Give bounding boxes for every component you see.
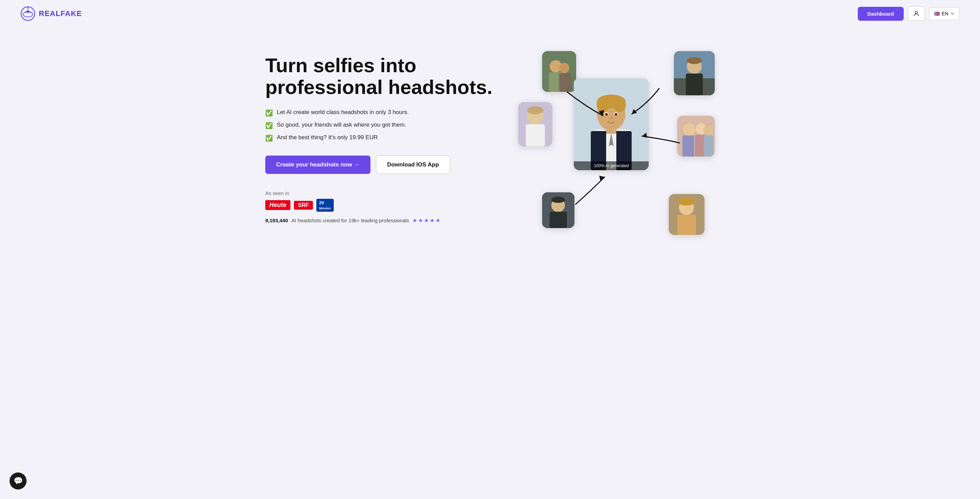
20min-badge: 20Minuten [317,199,334,212]
photo-card-bottom-right [669,194,705,235]
chevron-down-icon [950,11,955,16]
photo-card-top-left [542,51,576,92]
photo-tl-person [542,51,576,92]
hero-right: 100% AI generated [508,48,715,238]
svg-point-34 [683,123,695,135]
flag-icon: 🇬🇧 [934,11,940,16]
srf-badge: SRF [294,201,313,210]
check-icon-2: ✅ [265,122,273,129]
photo-ml-person [518,102,552,146]
hero-section: Turn selfies into professional headshots… [245,27,735,259]
stats-count: 9,193,440 [265,218,288,223]
hero-title: Turn selfies into professional headshots… [265,54,499,98]
person-svg-tr [674,51,715,95]
svg-rect-42 [550,212,567,228]
person-svg-br [669,194,705,235]
check-icon-3: ✅ [265,135,273,142]
photo-card-mid-right [677,116,715,157]
svg-point-47 [678,197,695,206]
dashboard-button[interactable]: Dashboard [858,7,904,21]
feature-text-1: Let AI create world class headshots in o… [277,109,409,116]
feature-text-3: And the best thing? It's only 19.99 EUR [277,134,378,141]
nav-actions: Dashboard 🇬🇧 EN [858,6,959,21]
photo-main-person [574,78,649,170]
svg-point-27 [597,97,609,112]
lang-code: EN [942,11,948,16]
svg-point-19 [527,106,544,114]
star-4: ★ [430,217,434,224]
svg-marker-51 [599,176,605,181]
person-svg-tl [542,51,576,92]
create-headshots-button[interactable]: Create your headshots now → [265,156,371,174]
as-seen-label: As seen in [265,190,499,196]
svg-point-32 [615,113,617,116]
svg-point-15 [687,57,702,64]
photo-card-top-right [674,51,715,95]
stats-row: 9,193,440 AI headshots created for 19k+ … [265,217,499,224]
svg-rect-38 [695,135,705,157]
photo-card-main: 100% AI generated [574,78,649,170]
star-1: ★ [412,217,417,224]
person-svg-ml [518,102,552,146]
svg-rect-39 [704,135,713,157]
svg-point-5 [915,11,917,14]
check-icon-1: ✅ [265,109,273,117]
svg-rect-10 [559,73,571,92]
star-5: ★ [436,217,440,224]
svg-point-31 [605,113,608,116]
svg-rect-14 [686,73,703,95]
chat-icon: 💬 [14,477,23,485]
photo-card-mid-left [518,102,552,146]
star-rating: ★ ★ ★ ★ ★ [412,217,440,224]
svg-rect-37 [682,135,694,157]
logo[interactable]: REALFAKE [21,6,82,21]
svg-point-28 [614,97,626,112]
feature-item-2: ✅ So good, your friends will ask where y… [265,121,499,129]
chat-bubble-button[interactable]: 💬 [10,472,27,489]
person-svg-mr [677,116,715,157]
photo-mr-person [677,116,715,157]
download-ios-button[interactable]: Download IOS App [376,156,450,174]
svg-point-43 [551,197,565,203]
svg-point-8 [559,63,570,73]
feature-text-2: So good, your friends will ask where you… [277,121,406,128]
hero-left: Turn selfies into professional headshots… [265,41,499,224]
photo-bl-person [542,192,574,228]
user-icon [913,10,920,17]
logo-text: REALFAKE [39,9,82,18]
heute-badge: Heute [265,200,290,210]
feature-item-3: ✅ And the best thing? It's only 19.99 EU… [265,134,499,142]
svg-point-4 [27,6,29,8]
as-seen-section: As seen in Heute SRF 20Minuten [265,190,499,212]
person-svg-bl [542,192,574,228]
photo-card-bottom-left [542,192,574,228]
language-selector[interactable]: 🇬🇧 EN [929,7,959,20]
navbar: REALFAKE Dashboard 🇬🇧 EN [0,0,980,27]
star-2: ★ [418,217,423,224]
feature-list: ✅ Let AI create world class headshots in… [265,109,499,142]
svg-rect-18 [526,124,545,146]
star-3: ★ [424,217,429,224]
feature-item-1: ✅ Let AI create world class headshots in… [265,109,499,117]
svg-point-36 [703,125,713,135]
stats-text: AI headshots created for 19k+ leading pr… [291,218,409,223]
user-icon-button[interactable] [908,6,925,21]
photo-br-person [669,194,705,235]
photo-tr-person [674,51,715,95]
media-logos: Heute SRF 20Minuten [265,199,499,212]
ai-label: 100% AI generated [574,161,649,170]
person-svg-main [574,78,649,170]
svg-rect-46 [677,215,696,235]
cta-buttons: Create your headshots now → Download IOS… [265,156,499,174]
logo-icon [21,6,35,21]
